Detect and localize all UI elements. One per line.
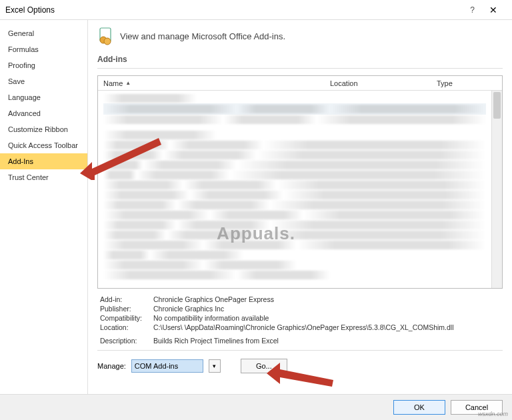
manage-label: Manage:: [97, 362, 126, 370]
sidebar-item-addins[interactable]: Add-Ins: [0, 153, 87, 169]
doc-related-title: Document Related Add-ins: [103, 287, 486, 288]
manage-row: Manage: COM Add-ins ▾ Go...: [97, 359, 503, 373]
detail-addin-label: Add-in:: [100, 295, 153, 303]
doc-related-section: Document Related Add-ins No Document Rel…: [103, 287, 486, 288]
detail-desc: Builds Rich Project Timelines from Excel: [153, 337, 500, 345]
list-body[interactable]: Document Related Add-ins No Document Rel…: [98, 91, 491, 288]
col-header-type[interactable]: Type: [431, 79, 502, 87]
window-title: Excel Options: [5, 5, 470, 15]
main: General Formulas Proofing Save Language …: [0, 20, 512, 395]
col-header-location[interactable]: Location: [325, 79, 431, 87]
detail-compat-label: Compatibility:: [100, 314, 153, 322]
sidebar-item-customize-ribbon[interactable]: Customize Ribbon: [0, 121, 87, 137]
divider: [97, 68, 503, 69]
dialog-footer: OK Cancel: [0, 395, 512, 420]
sidebar-item-general[interactable]: General: [0, 25, 87, 41]
watermark-url: wsxdn.com: [478, 411, 508, 417]
titlebar: Excel Options ? ✕: [0, 0, 512, 20]
go-button[interactable]: Go...: [241, 359, 287, 373]
col-header-name[interactable]: Name ▲: [98, 79, 325, 87]
sidebar-item-trust-center[interactable]: Trust Center: [0, 169, 87, 185]
sort-asc-icon: ▲: [125, 80, 131, 86]
addins-icon: [97, 27, 113, 45]
sidebar-item-formulas[interactable]: Formulas: [0, 41, 87, 57]
detail-location: C:\Users\ \AppData\Roaming\Chronicle Gra…: [153, 323, 500, 331]
addins-list: Name ▲ Location Type: [97, 75, 503, 289]
col-name-label: Name: [103, 79, 123, 87]
detail-location-label: Location:: [100, 323, 153, 331]
sidebar-item-advanced[interactable]: Advanced: [0, 105, 87, 121]
detail-compat: No compatibility information available: [153, 314, 500, 322]
detail-addin: Chronicle Graphics OnePager Express: [153, 295, 500, 303]
help-icon[interactable]: ?: [470, 5, 475, 15]
chevron-down-icon: ▾: [213, 363, 216, 369]
addin-details: Add-in:Chronicle Graphics OnePager Expre…: [100, 295, 500, 345]
close-button[interactable]: ✕: [480, 5, 507, 15]
detail-desc-label: Description:: [100, 337, 153, 345]
ok-button[interactable]: OK: [393, 400, 445, 415]
scrollbar[interactable]: [491, 91, 502, 288]
content-header: View and manage Microsoft Office Add-ins…: [97, 27, 503, 45]
sidebar-item-language[interactable]: Language: [0, 89, 87, 105]
manage-dropdown-button[interactable]: ▾: [209, 359, 221, 373]
sidebar-item-proofing[interactable]: Proofing: [0, 57, 87, 73]
detail-publisher: Chronicle Graphics Inc: [153, 305, 500, 313]
sidebar-item-quick-access[interactable]: Quick Access Toolbar: [0, 137, 87, 153]
scroll-thumb[interactable]: [493, 92, 501, 119]
manage-select[interactable]: COM Add-ins: [131, 359, 203, 373]
header-text: View and manage Microsoft Office Add-ins…: [120, 31, 285, 41]
sidebar: General Formulas Proofing Save Language …: [0, 20, 88, 394]
divider-2: [97, 350, 503, 351]
detail-publisher-label: Publisher:: [100, 305, 153, 313]
content-panel: View and manage Microsoft Office Add-ins…: [88, 20, 512, 394]
sidebar-item-save[interactable]: Save: [0, 73, 87, 89]
list-header: Name ▲ Location Type: [98, 76, 502, 91]
svg-point-2: [104, 38, 111, 45]
manage-selected-value: COM Add-ins: [135, 362, 178, 370]
section-title: Add-ins: [97, 55, 503, 64]
